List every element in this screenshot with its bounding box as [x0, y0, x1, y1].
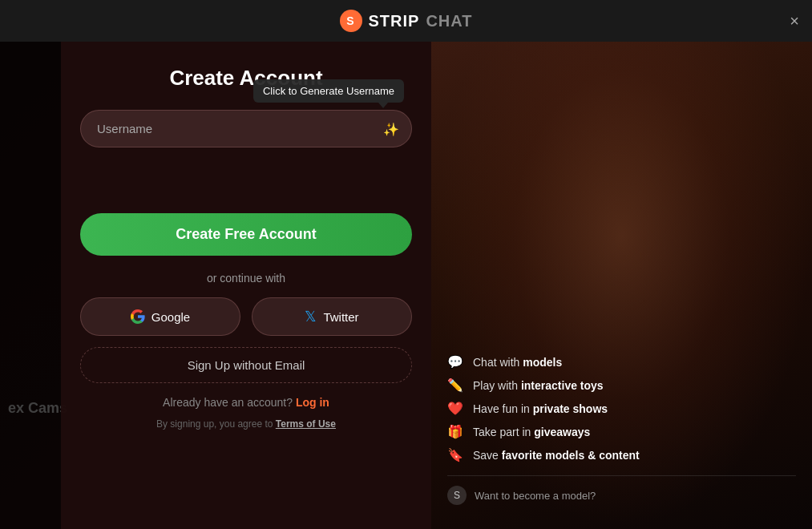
modal: Create Account Click to Generate Usernam…	[61, 42, 812, 529]
feature-chat-text: Chat with models	[473, 356, 562, 369]
login-prompt: Already have an account? Log in	[163, 396, 329, 409]
login-link[interactable]: Log in	[296, 396, 329, 409]
wand-icon[interactable]: ✨	[383, 121, 399, 136]
site-logo: S STRIPCHAT	[340, 10, 473, 32]
twitter-icon: 𝕏	[305, 308, 317, 325]
feature-save: 🔖 Save favorite models & content	[447, 447, 796, 462]
chat-icon: 💬	[447, 354, 463, 369]
username-input[interactable]	[80, 110, 412, 147]
logo-chat: CHAT	[426, 12, 472, 30]
feature-chat: 💬 Chat with models	[447, 354, 796, 369]
bookmark-icon: 🔖	[447, 447, 463, 462]
terms-text: By signing up, you agree to Terms of Use	[156, 418, 336, 430]
login-prompt-text: Already have an account?	[163, 396, 293, 409]
close-button[interactable]: ×	[790, 12, 799, 30]
features-panel: 💬 Chat with models ✏️ Play with interact…	[447, 354, 796, 505]
feature-save-text: Save favorite models & content	[473, 449, 640, 462]
signup-without-email-button[interactable]: Sign Up without Email	[80, 347, 412, 383]
social-buttons-row: Google 𝕏 Twitter	[80, 297, 412, 336]
username-input-wrap: ✨	[80, 110, 412, 147]
feature-giveaways: 🎁 Take part in giveaways	[447, 424, 796, 439]
become-model-text: Want to become a model?	[475, 490, 596, 502]
form-panel: Create Account Click to Generate Usernam…	[61, 42, 431, 529]
feature-private: ❤️ Have fun in private shows	[447, 401, 796, 416]
create-account-button[interactable]: Create Free Account	[80, 213, 412, 256]
terms-link[interactable]: Terms of Use	[276, 418, 336, 430]
or-continue-text: or continue with	[207, 272, 285, 285]
google-label: Google	[151, 310, 190, 324]
feature-toys: ✏️ Play with interactive toys	[447, 378, 796, 393]
topbar: S STRIPCHAT ×	[0, 0, 812, 42]
twitter-label: Twitter	[323, 310, 358, 324]
heart-icon: ❤️	[447, 401, 463, 416]
become-model-icon: S	[447, 486, 467, 505]
username-container: Click to Generate Username ✨	[80, 110, 412, 147]
feature-private-text: Have fun in private shows	[473, 402, 608, 415]
feature-giveaways-text: Take part in giveaways	[473, 426, 590, 438]
logo-icon: S	[340, 10, 362, 32]
feature-toys-text: Play with interactive toys	[473, 379, 604, 392]
google-icon	[131, 309, 145, 324]
twitter-signin-button[interactable]: 𝕏 Twitter	[252, 297, 412, 336]
become-model-link[interactable]: S Want to become a model?	[447, 475, 796, 505]
terms-prefix: By signing up, you agree to	[156, 418, 273, 430]
gift-icon: 🎁	[447, 424, 463, 439]
right-panel: 💬 Chat with models ✏️ Play with interact…	[431, 42, 812, 529]
toys-icon: ✏️	[447, 378, 463, 393]
google-signin-button[interactable]: Google	[80, 297, 240, 336]
logo-strip: STRIP	[369, 12, 420, 30]
tooltip: Click to Generate Username	[253, 79, 404, 103]
